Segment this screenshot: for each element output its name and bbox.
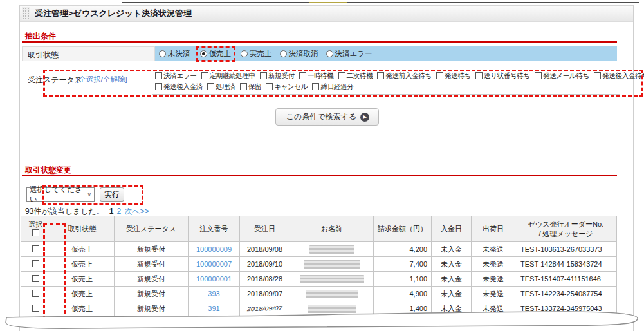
search-button[interactable]: この条件で検索する ▶: [275, 108, 379, 126]
result-count-text: 93件が該当しました。: [25, 207, 104, 216]
radio-option-仮売上[interactable]: 仮売上: [200, 49, 232, 59]
column-header-受注日: 受注日: [240, 216, 290, 242]
checkbox-icon[interactable]: [312, 83, 319, 90]
order-status-label: 受注ステータス: [28, 75, 82, 86]
row-checkbox[interactable]: [32, 260, 39, 267]
order-number-cell: 100000007: [189, 257, 240, 272]
checkbox-label: 二次待機: [347, 71, 373, 80]
transaction-status-cell: 仮売上: [50, 257, 115, 272]
status-checkbox-キャンセル[interactable]: キャンセル: [266, 82, 308, 91]
transaction-status-options: 未決済仮売上実売上決済取消決済エラー: [155, 46, 617, 61]
status-checkbox-発送後入金待ち[interactable]: 発送後入金待ち: [594, 71, 644, 80]
checkbox-label: 発送後入金待ち: [602, 71, 644, 80]
transaction-status-cell: 仮売上: [50, 287, 115, 301]
status-checkbox-締日経過分[interactable]: 締日経過分: [312, 82, 353, 91]
status-checkbox-発送前入金待ち[interactable]: 発送前入金待ち: [377, 71, 432, 80]
order-number-link[interactable]: 393: [208, 290, 219, 298]
order-number-link[interactable]: 100000009: [196, 245, 232, 253]
radio-icon[interactable]: [200, 50, 207, 57]
checkbox-label: 定期継続処理中: [210, 71, 255, 80]
page-header-bar: 受注管理>ゼウスクレジット決済状況管理: [20, 5, 633, 22]
order-status-checkbox-row-2: 発送後入金済処理済保留キャンセル締日経過分: [155, 81, 617, 92]
radio-icon[interactable]: [280, 50, 287, 57]
highlight-box-selected-radio: 仮売上: [196, 46, 236, 62]
radio-icon[interactable]: [326, 50, 333, 57]
status-checkbox-新規受付[interactable]: 新規受付: [260, 71, 295, 80]
status-checkbox-一時待機[interactable]: 一時待機: [299, 71, 334, 80]
checkbox-icon[interactable]: [377, 72, 384, 79]
dropdown-arrow-icon: ∨: [87, 191, 91, 198]
status-checkbox-二次待機[interactable]: 二次待機: [338, 71, 373, 80]
status-checkbox-保留[interactable]: 保留: [240, 82, 261, 91]
radio-option-決済エラー[interactable]: 決済エラー: [326, 49, 373, 59]
execute-button[interactable]: 実行: [100, 187, 124, 202]
status-checkbox-定期継続処理中[interactable]: 定期継続処理中: [201, 71, 255, 80]
redacted-name: [306, 290, 358, 298]
clear-all-link[interactable]: 全解除: [103, 75, 125, 83]
select-all-checkbox[interactable]: [32, 229, 39, 236]
column-header-label: 出荷日: [473, 224, 513, 233]
order-date-cell: 2018/09/08: [240, 242, 290, 257]
checkbox-icon[interactable]: [155, 72, 162, 79]
select-all-link[interactable]: 全選択: [78, 75, 101, 83]
column-header-請求金額（円）: 請求金額（円）: [374, 216, 432, 242]
checkbox-icon[interactable]: [299, 72, 306, 79]
status-checkbox-発送メール待ち[interactable]: 発送メール待ち: [535, 71, 589, 80]
payment-date-cell: 未入金: [432, 242, 472, 257]
redacted-name: [304, 260, 360, 269]
amount-cell: 4,900: [374, 287, 432, 301]
cropped-browser-edge-line: [122, 2, 639, 3]
radio-icon[interactable]: [241, 50, 248, 57]
redacted-name: [309, 245, 354, 254]
order-number-link[interactable]: 100000007: [196, 260, 232, 268]
filter-section-title: 抽出条件: [25, 31, 56, 42]
pagination-next-link[interactable]: 次へ>>: [124, 207, 149, 216]
checkbox-icon[interactable]: [594, 72, 601, 79]
payment-date-cell: 未入金: [432, 272, 472, 287]
checkbox-icon[interactable]: [475, 72, 483, 79]
order-number-link[interactable]: 100000001: [196, 275, 232, 283]
status-checkbox-送り状番号待ち[interactable]: 送り状番号待ち: [475, 71, 530, 80]
order-status-checkbox-cell: 決済エラー定期継続処理中新規受付一時待機二次待機発送前入金待ち発送待ち送り状番号…: [152, 68, 620, 95]
checkbox-icon[interactable]: [535, 72, 542, 79]
checkbox-icon[interactable]: [266, 83, 273, 90]
radio-option-実売上[interactable]: 実売上: [241, 49, 272, 59]
column-header-label: 選択: [23, 220, 48, 229]
status-change-select[interactable]: 選択してください ∨: [26, 187, 95, 202]
zeus-order-no-cell: TEST-142234-254087754: [515, 287, 617, 301]
radio-icon[interactable]: [159, 50, 166, 57]
radio-option-label: 未決済: [168, 49, 190, 59]
orders-table: 選択取引状態受注ステータス注文番号受注日お名前請求金額（円）入金日出荷日ゼウス発…: [21, 216, 617, 316]
arrow-circle-icon: ▶: [360, 113, 369, 122]
status-checkbox-処理済[interactable]: 処理済: [207, 82, 235, 91]
checkbox-icon[interactable]: [207, 83, 214, 90]
amount-cell: 1,100: [374, 272, 432, 287]
checkbox-icon[interactable]: [201, 72, 208, 79]
order-date-cell: 2018/08/28: [240, 272, 290, 287]
torn-screenshot-edge: [0, 307, 644, 331]
checkbox-icon[interactable]: [260, 72, 267, 79]
row-checkbox[interactable]: [32, 245, 39, 252]
checkbox-icon[interactable]: [155, 83, 162, 90]
status-checkbox-発送後入金済[interactable]: 発送後入金済: [155, 82, 203, 91]
header-texture-icon: [22, 7, 30, 20]
table-row: 仮売上新規受付1000000092018/09/084,200未入金未発送TES…: [21, 242, 617, 257]
column-header-label: 取引状態: [51, 224, 113, 233]
checkbox-icon[interactable]: [338, 72, 345, 79]
checkbox-icon[interactable]: [436, 72, 443, 79]
row-checkbox[interactable]: [32, 275, 39, 282]
customer-name-cell: [290, 287, 374, 301]
checkbox-label: 締日経過分: [320, 82, 353, 91]
column-header-取引状態: 取引状態: [50, 216, 115, 242]
pagination-page-link[interactable]: 2: [116, 207, 121, 216]
radio-option-未決済[interactable]: 未決済: [159, 49, 190, 59]
checkbox-label: 発送メール待ち: [543, 71, 589, 80]
status-checkbox-発送待ち[interactable]: 発送待ち: [436, 71, 471, 80]
row-checkbox[interactable]: [32, 290, 39, 297]
radio-option-決済取消[interactable]: 決済取消: [280, 49, 318, 59]
row-select-cell: [21, 272, 50, 287]
filter-section-rule: [22, 41, 617, 43]
checkbox-icon[interactable]: [240, 83, 247, 90]
row-select-cell: [21, 287, 50, 301]
status-checkbox-決済エラー[interactable]: 決済エラー: [155, 71, 197, 80]
